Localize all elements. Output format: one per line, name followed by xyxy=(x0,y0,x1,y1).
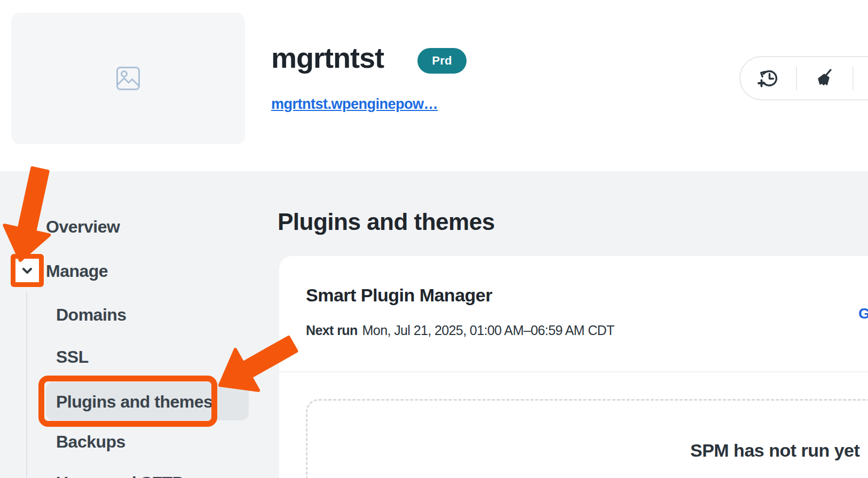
smart-plugin-manager-card: Smart Plugin Manager Next runMon, Jul 21… xyxy=(279,256,868,478)
sidebar-item-overview[interactable]: Overview xyxy=(46,216,120,238)
site-thumbnail xyxy=(11,13,245,144)
go-to-spm-link-partial[interactable]: G xyxy=(858,305,868,322)
clear-cache-broom-icon xyxy=(813,67,837,90)
add-backup-icon xyxy=(756,67,780,90)
next-run-text: Next runMon, Jul 21, 2025, 01:00 AM–06:5… xyxy=(306,321,614,339)
manage-expand-toggle[interactable] xyxy=(11,254,44,287)
environment-badge: Prd xyxy=(417,48,467,74)
sidebar-item-users-and-sftp[interactable]: Users and SFTP xyxy=(56,472,183,478)
sidebar-item-plugins-and-themes[interactable]: Plugins and themes xyxy=(56,391,212,413)
site-name: mgrtntst xyxy=(271,42,384,74)
toolbar-divider xyxy=(853,67,854,90)
sidebar-item-manage[interactable]: Manage xyxy=(46,260,108,282)
wpengine-site-admin-page: mgrtntst Prd mgrtntst.wpenginepow… xyxy=(0,0,868,478)
clear-cache-button[interactable] xyxy=(797,57,853,99)
sidebar-item-domains[interactable]: Domains xyxy=(56,304,127,326)
next-run-label: Next run xyxy=(306,323,358,338)
chevron-down-icon xyxy=(20,265,34,276)
add-backup-button[interactable] xyxy=(740,57,796,99)
sidebar-item-backups[interactable]: Backups xyxy=(56,431,125,453)
site-url-link[interactable]: mgrtntst.wpenginepow… xyxy=(271,96,438,113)
spm-empty-state-box: SPM has not run yet xyxy=(306,399,868,478)
sidebar-item-ssl[interactable]: SSL xyxy=(56,346,89,368)
card-divider xyxy=(279,371,868,372)
image-placeholder-icon xyxy=(115,66,141,91)
next-run-value: Mon, Jul 21, 2025, 01:00 AM–06:59 AM CDT xyxy=(362,323,614,338)
page-title: Plugins and themes xyxy=(278,207,495,237)
site-actions-toolbar xyxy=(739,56,868,100)
spm-empty-state-text: SPM has not run yet xyxy=(690,439,859,461)
card-title: Smart Plugin Manager xyxy=(306,284,492,306)
sidebar-tree-line xyxy=(26,291,27,478)
